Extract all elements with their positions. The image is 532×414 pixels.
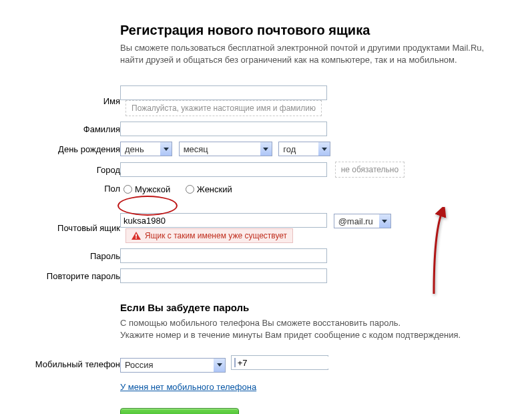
recovery-text: С помощью мобильного телефона Вы сможете… xyxy=(120,317,519,341)
sex-male-radio[interactable]: Мужской xyxy=(120,184,173,194)
svg-rect-0 xyxy=(136,234,137,237)
label-sex: Пол xyxy=(104,184,120,194)
phone-number-input[interactable] xyxy=(248,357,366,369)
intro-text: Вы сможете пользоваться бесплатной элект… xyxy=(120,42,519,65)
city-input[interactable] xyxy=(120,162,327,177)
chevron-down-icon xyxy=(160,142,172,156)
no-phone-link[interactable]: У меня нет мобильного телефона xyxy=(120,382,256,392)
login-input[interactable] xyxy=(120,213,327,228)
label-password2: Повторите пароль xyxy=(47,271,120,281)
birthday-month-select[interactable]: месяц xyxy=(179,142,272,156)
chevron-down-icon xyxy=(318,142,330,156)
city-hint: не обязательно xyxy=(335,162,405,178)
label-city: Город xyxy=(97,165,120,175)
label-lastname: Фамилия xyxy=(83,124,120,134)
label-password: Пароль xyxy=(90,251,120,261)
phone-country-select[interactable]: Россия xyxy=(120,358,226,373)
page-title: Регистрация нового почтового ящика xyxy=(120,23,519,38)
flag-russia-icon xyxy=(234,358,236,367)
submit-button[interactable]: Зарегистрироваться xyxy=(120,408,239,414)
domain-select[interactable]: @mail.ru xyxy=(334,214,391,228)
warning-icon xyxy=(131,232,141,240)
label-login: Почтовый ящик xyxy=(57,223,120,233)
phone-input-group[interactable]: +7 xyxy=(231,355,328,370)
chevron-down-icon xyxy=(379,214,390,228)
password2-input[interactable] xyxy=(120,268,327,283)
label-firstname: Имя xyxy=(103,96,120,106)
label-birthday: День рождения xyxy=(58,144,120,154)
birthday-day-select[interactable]: день xyxy=(120,142,172,156)
sex-female-radio[interactable]: Женский xyxy=(182,184,232,194)
chevron-down-icon xyxy=(214,359,225,372)
password-input[interactable] xyxy=(120,248,327,263)
firstname-input[interactable] xyxy=(120,85,327,100)
chevron-down-icon xyxy=(260,142,272,156)
svg-rect-1 xyxy=(136,238,137,239)
recovery-title: Если Вы забудете пароль xyxy=(120,302,519,313)
birthday-year-select[interactable]: год xyxy=(278,142,330,156)
login-error: Ящик с таким именем уже существует xyxy=(125,228,293,243)
label-phone: Мобильный телефон xyxy=(35,359,120,369)
lastname-input[interactable] xyxy=(120,122,327,136)
name-hint: Пожалуйста, укажите настоящие имя и фами… xyxy=(125,100,322,116)
